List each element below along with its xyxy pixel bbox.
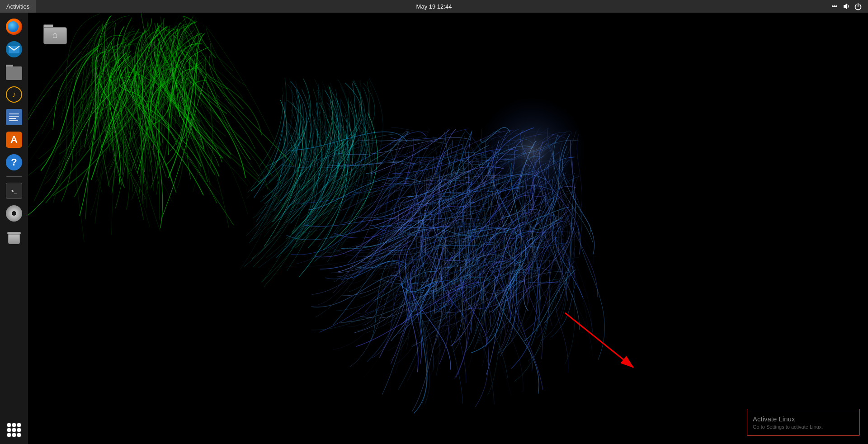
svg-marker-3 xyxy=(844,4,847,9)
dock-icon-dvd[interactable] xyxy=(4,203,24,224)
dock-icon-rhythmbox[interactable]: ♪ xyxy=(4,84,24,105)
activate-linux-box: Activate Linux Go to Settings to activat… xyxy=(747,409,860,436)
dock-icon-software-center[interactable]: A xyxy=(4,129,24,150)
show-apps-button[interactable] xyxy=(4,420,24,440)
dock-icon-files[interactable] xyxy=(4,61,24,82)
system-tray xyxy=(830,2,868,11)
activate-linux-subtitle: Go to Settings to activate Linux. xyxy=(753,424,854,430)
svg-point-2 xyxy=(835,5,837,7)
svg-point-0 xyxy=(832,5,834,7)
wallpaper xyxy=(28,13,868,444)
network-tray-icon[interactable] xyxy=(830,2,839,11)
dock-icon-firefox[interactable] xyxy=(4,16,24,37)
dock-icon-trash[interactable] xyxy=(4,226,24,246)
dock: ♪ A ? >_ xyxy=(0,13,28,444)
activities-button[interactable]: Activities xyxy=(0,0,36,13)
dock-icon-writer[interactable] xyxy=(4,107,24,128)
home-icon-label: Home xyxy=(46,46,65,54)
home-folder-image: ⌂ xyxy=(43,24,67,44)
dock-icon-thunderbird[interactable] xyxy=(4,39,24,60)
dock-icon-help[interactable]: ? xyxy=(4,152,24,173)
desktop-home-icon[interactable]: ⌂ Home xyxy=(41,22,70,57)
dock-separator xyxy=(6,176,22,177)
volume-tray-icon[interactable] xyxy=(842,2,851,11)
top-bar: Activities May 19 12:44 xyxy=(0,0,868,13)
clock-display: May 19 12:44 xyxy=(416,3,452,10)
grid-icon xyxy=(7,423,21,437)
activate-linux-title: Activate Linux xyxy=(753,415,854,423)
svg-point-1 xyxy=(834,5,835,7)
dock-icon-terminal[interactable]: >_ xyxy=(4,180,24,201)
desktop: ⌂ Home Activate Linux Go to Settings to … xyxy=(28,13,868,444)
power-tray-icon[interactable] xyxy=(854,2,863,11)
